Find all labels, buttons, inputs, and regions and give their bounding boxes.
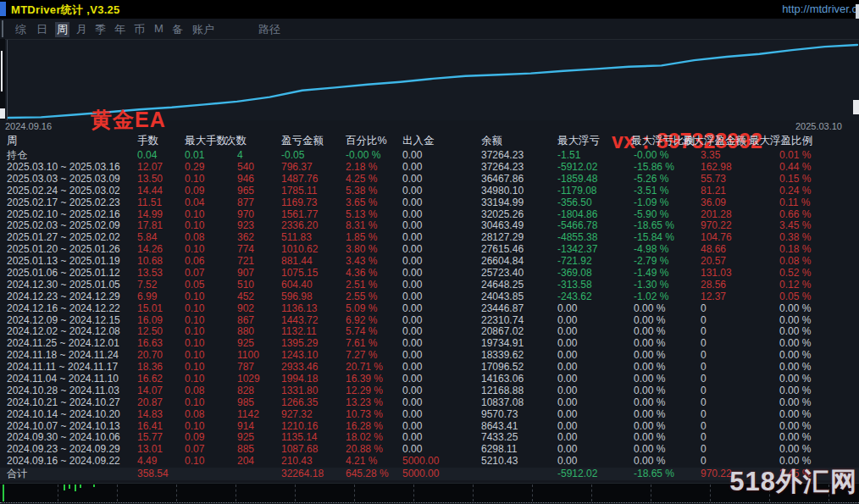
green-tick-mark	[75, 485, 76, 491]
table-cell: 0.00	[402, 326, 481, 338]
table-cell: 0.09	[185, 186, 237, 197]
table-cell: -369.08	[557, 268, 634, 280]
green-tick-mark	[69, 485, 70, 489]
table-cell: 0.00	[402, 291, 481, 303]
table-cell: 7.27 %	[346, 350, 402, 362]
table-cell: 1487.76	[281, 174, 346, 186]
scrollbar-thumb[interactable]	[1, 51, 3, 91]
table-cell: 1087.68	[281, 444, 346, 456]
table-cell: 8.31 %	[346, 220, 402, 232]
table-cell: 37264.23	[481, 149, 557, 162]
table-cell: -1.09 %	[634, 197, 701, 209]
table-cell: 0.00	[557, 326, 634, 338]
menu-item-2[interactable]: 日	[36, 22, 47, 37]
menu-item-path[interactable]: 路径	[258, 22, 280, 37]
table-cell: 28.56	[701, 280, 779, 291]
chart-left-scrollbar[interactable]	[0, 39, 5, 119]
table-cell: 18339.62	[481, 350, 557, 362]
table-cell: 2.51 %	[346, 280, 402, 291]
table-cell: 0	[701, 374, 779, 385]
menu-item-4[interactable]: 月	[76, 22, 87, 37]
app-title: MTDriver统计 ,V3.25	[11, 3, 120, 18]
table-cell: 0.38 %	[779, 232, 859, 244]
table-cell: 2024.11.04 ~ 2024.11.10	[7, 374, 137, 385]
table-cell: 32025.26	[481, 209, 557, 221]
table-cell: -18.65 %	[634, 220, 701, 232]
table-cell: 0.10	[185, 362, 237, 374]
chart-x-axis-labels: 2024.09.16 2025.03.10	[0, 119, 859, 133]
table-cell: 0.24 %	[779, 186, 859, 197]
table-cell: 0.00 %	[779, 409, 859, 421]
scrollbar-thumb[interactable]	[0, 108, 5, 119]
table-header-row: 周手数最大手数次数盈亏金额百分比%出入金余额最大浮亏最大浮亏比例最大浮盈金额最大…	[0, 134, 859, 148]
table-cell	[481, 468, 557, 480]
menu-item-3[interactable]: 周	[55, 22, 69, 37]
menu-item-8[interactable]: M	[154, 22, 163, 35]
table-cell: 5.84	[137, 232, 185, 244]
table-cell: 885	[237, 444, 281, 456]
grid-dash-line	[413, 485, 414, 501]
menu-item-5[interactable]: 季	[95, 22, 106, 37]
menu-item-1[interactable]: 综	[15, 22, 26, 37]
table-cell: 0.00 %	[634, 397, 701, 409]
table-cell: 5.74 %	[346, 326, 402, 338]
menu-item-9[interactable]: 备	[172, 22, 183, 37]
table-cell: 540	[237, 162, 281, 174]
table-cell: 14.07	[137, 385, 185, 397]
grid-dash-line	[710, 485, 711, 501]
table-cell: 0.10	[185, 326, 237, 338]
table-cell: 2024.09.16 ~ 2024.09.22	[7, 456, 137, 468]
table-cell: 0.05 %	[779, 291, 859, 303]
chart-right-scrollbar-thumb[interactable]	[853, 100, 859, 114]
table-cell: 0.00	[402, 232, 481, 244]
menu-item-10[interactable]: 账户	[192, 22, 214, 37]
period-menu-bar: 综日周月季年币M备账户路径	[0, 19, 859, 39]
table-cell: 18.02 %	[346, 432, 402, 444]
table-row: 2025.02.17 ~ 2025.02.2311.510.048771169.…	[0, 197, 859, 209]
table-cell: 0.00 %	[779, 350, 859, 362]
table-cell: 0.00 %	[634, 385, 701, 397]
table-cell: 0.00 %	[634, 409, 701, 421]
table-cell: 927.32	[281, 409, 346, 421]
site-url-link[interactable]: http://mtdriver.c	[782, 3, 857, 15]
table-cell: 902	[237, 303, 281, 315]
table-row: 2024.09.23 ~ 2024.09.2913.010.078851087.…	[0, 444, 859, 456]
grid-dash-line	[295, 485, 296, 501]
table-cell: 0.08	[185, 409, 237, 421]
table-cell: 3.80 %	[346, 244, 402, 256]
table-cell: 0.00 %	[779, 385, 859, 397]
table-cell: 2024.10.21 ~ 2024.10.27	[7, 397, 137, 409]
column-header: 盈亏金额	[281, 134, 324, 148]
table-row: 2024.12.09 ~ 2024.12.1516.090.108671443.…	[0, 315, 859, 327]
table-cell: 25723.40	[481, 268, 557, 280]
menu-item-6[interactable]: 年	[114, 22, 125, 37]
table-cell: 3.45 %	[779, 220, 859, 232]
table-cell: 0.00	[557, 350, 634, 362]
table-cell: 6.92 %	[346, 315, 402, 327]
table-cell: 0.00	[557, 456, 634, 468]
table-cell: 2336.20	[281, 220, 346, 232]
table-cell: 15.01	[137, 303, 185, 315]
table-cell: 8643.41	[481, 421, 557, 433]
table-cell: 881.44	[281, 256, 346, 268]
table-cell: 0.00	[402, 444, 481, 456]
table-cell: 0.29	[185, 162, 237, 174]
table-cell: 1029	[237, 374, 281, 385]
table-cell: 4.21 %	[346, 456, 402, 468]
table-cell: 16.41	[137, 421, 185, 433]
table-cell: 970	[237, 209, 281, 221]
table-cell: 0.00	[557, 338, 634, 350]
table-cell: 0.00	[557, 385, 634, 397]
table-cell: -1.51	[557, 149, 634, 162]
table-cell: 0.00 %	[634, 350, 701, 362]
table-cell: 210.43	[281, 456, 346, 468]
menu-item-7[interactable]: 币	[134, 22, 145, 37]
table-cell: 0.06	[185, 256, 237, 268]
table-cell: 0.00 %	[779, 444, 859, 456]
table-row: 2025.01.20 ~ 2025.01.2614.260.107741010.…	[0, 244, 859, 256]
table-row: 2024.12.23 ~ 2024.12.296.990.10452596.98…	[0, 291, 859, 303]
table-cell: 0.00 %	[634, 303, 701, 315]
table-cell: 0.66 %	[779, 209, 859, 221]
table-cell: 0	[701, 385, 779, 397]
equity-chart: 黄金EA vx：897328992	[0, 39, 859, 120]
